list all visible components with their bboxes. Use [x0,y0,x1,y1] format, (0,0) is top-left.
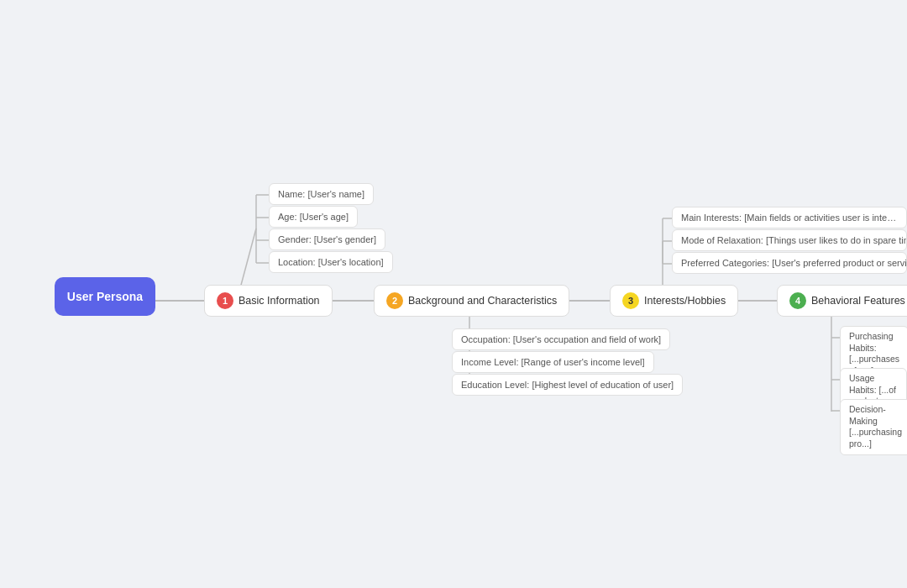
leaf-b2-education: Education Level: [Highest level of educa… [452,374,683,396]
badge-1: 1 [217,292,233,309]
branch-node-2[interactable]: 2 Background and Characteristics [374,285,569,317]
leaf-b1-location: Location: [User's location] [269,251,393,273]
root-node[interactable]: User Persona [55,277,155,316]
branch-node-1[interactable]: 1 Basic Information [204,285,333,317]
mind-map-canvas: User Persona 1 Basic Information 2 Backg… [0,0,907,588]
leaf-b4-decision: Decision-Making [...purchasing pro...] [840,399,907,455]
branch-2-label: Background and Characteristics [408,295,557,307]
leaf-b3-categories: Preferred Categories: [User's preferred … [672,252,907,274]
leaf-b1-gender: Gender: [User's gender] [269,228,385,250]
badge-3: 3 [622,292,639,309]
branch-4-label: Behavioral Features [811,295,905,307]
leaf-b1-age: Age: [User's age] [269,206,358,228]
leaf-b3-relaxation: Mode of Relaxation: [Things user likes t… [672,229,907,251]
root-label: User Persona [67,290,143,303]
badge-2: 2 [386,292,403,309]
badge-4: 4 [789,292,806,309]
leaf-b1-name: Name: [User's name] [269,183,374,205]
branch-1-label: Basic Information [239,295,320,307]
branch-node-4[interactable]: 4 Behavioral Features [777,285,907,317]
leaf-b3-interests: Main Interests: [Main fields or activiti… [672,207,907,228]
branch-3-label: Interests/Hobbies [644,295,726,307]
leaf-b2-occupation: Occupation: [User's occupation and field… [452,328,670,350]
leaf-b2-income: Income Level: [Range of user's income le… [452,351,654,373]
branch-node-3[interactable]: 3 Interests/Hobbies [610,285,738,317]
